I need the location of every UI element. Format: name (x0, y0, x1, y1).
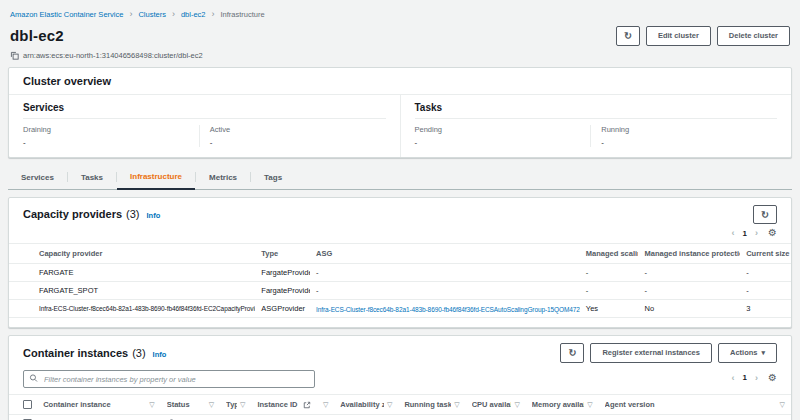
edit-cluster-button[interactable]: Edit cluster (646, 26, 711, 46)
col-running-tasks[interactable]: Running tasks...▽ (398, 395, 465, 415)
column-filter-icon[interactable]: ▽ (514, 401, 519, 409)
instance-type: EC2 (220, 415, 251, 420)
filter-search-box (23, 368, 315, 389)
page-number[interactable]: 1 (743, 373, 747, 382)
col-instance-id[interactable]: Instance ID▽ (251, 395, 334, 415)
tab-tasks[interactable]: Tasks (68, 168, 116, 189)
page-title: dbl-ec2 (10, 27, 64, 44)
current-size-value: - (740, 264, 791, 282)
memory-available: 3883 (526, 415, 599, 420)
column-filter-icon[interactable]: ▽ (209, 401, 214, 409)
cluster-overview-body: Services Draining - Active - Tasks P (9, 95, 791, 157)
header-actions: ↻ Edit cluster Delete cluster (616, 26, 790, 46)
asg-link[interactable]: Infra-ECS-Cluster-f8cec64b-82a1-483b-869… (316, 306, 580, 313)
column-filter-icon[interactable]: ▽ (780, 401, 785, 409)
container-instances-title: Container instances (23, 347, 128, 359)
capacity-providers-pagination: ‹ 1 › (732, 228, 758, 238)
external-link-icon (303, 401, 311, 409)
container-instances-info-link[interactable]: Info (153, 350, 167, 359)
page-next-icon[interactable]: › (755, 228, 758, 238)
col-managed-instance-protection: Managed instance protection (638, 244, 740, 264)
column-filter-icon[interactable]: ▽ (387, 401, 392, 409)
cluster-tabs: Services Tasks Infrastructure Metrics Ta… (8, 167, 792, 190)
tab-metrics[interactable]: Metrics (196, 168, 250, 189)
container-instances-actions: ↻ Register external instances Actions▾ (560, 343, 777, 363)
managed-scaling-value: - (580, 264, 639, 282)
capacity-providers-info-link[interactable]: Info (147, 211, 161, 220)
register-external-instances-button[interactable]: Register external instances (590, 343, 712, 363)
table-settings-gear-icon[interactable]: ⚙ (768, 228, 777, 238)
column-filter-icon[interactable]: ▽ (323, 401, 328, 409)
page-next-icon[interactable]: › (755, 373, 758, 383)
table-row: 01a0fa74e1d14174b4af377a398f6387 Active … (9, 415, 791, 420)
asg-link-label: Infra-ECS-Cluster-f8cec64b-82a1-483b-869… (316, 306, 580, 313)
cluster-overview-card: Cluster overview Services Draining - Act… (8, 67, 792, 158)
page-prev-icon[interactable]: ‹ (732, 228, 735, 238)
col-type: Type (255, 244, 310, 264)
column-filter-icon[interactable]: ▽ (454, 401, 459, 409)
col-agent-version[interactable]: Agent version▽ (599, 395, 791, 415)
capacity-provider-asg: - (310, 282, 580, 300)
stat-value: - (23, 138, 199, 147)
select-all-checkbox[interactable] (23, 400, 32, 409)
tab-infrastructure[interactable]: Infrastructure (117, 167, 195, 190)
breadcrumb-chevron-icon: › (172, 10, 175, 19)
managed-scaling-value: Yes (580, 300, 639, 318)
breadcrumb-link-service[interactable]: Amazon Elastic Container Service (10, 10, 123, 19)
breadcrumb-chevron-icon: › (129, 10, 132, 19)
page-number[interactable]: 1 (743, 229, 747, 238)
cluster-overview-title: Cluster overview (9, 68, 791, 95)
capacity-provider-type: FargateProvider (255, 264, 310, 282)
ecs-cluster-page: Amazon Elastic Container Service › Clust… (0, 0, 800, 420)
column-filter-icon[interactable]: ▽ (240, 401, 245, 409)
actions-label: Actions (730, 349, 758, 357)
filter-input[interactable] (23, 370, 315, 388)
actions-menu-button[interactable]: Actions▾ (718, 343, 777, 363)
tab-tags[interactable]: Tags (251, 168, 295, 189)
col-cpu-available[interactable]: CPU available▽ (466, 395, 526, 415)
capacity-provider-asg: - (310, 264, 580, 282)
breadcrumb-link-cluster[interactable]: dbl-ec2 (181, 10, 206, 19)
capacity-providers-table: Capacity provider Type ASG Managed scali… (9, 243, 791, 318)
managed-instance-protection-value: No (638, 300, 740, 318)
column-filter-icon[interactable]: ▽ (149, 401, 154, 409)
refresh-icon: ↻ (761, 210, 769, 220)
capacity-provider-asg: Infra-ECS-Cluster-f8cec64b-82a1-483b-869… (310, 300, 580, 318)
container-instances-pagination: ‹ 1 › (732, 373, 758, 383)
breadcrumb-link-clusters[interactable]: Clusters (138, 10, 166, 19)
col-memory-available[interactable]: Memory available▽ (526, 395, 599, 415)
col-status[interactable]: Status▽ (161, 395, 220, 415)
tab-services[interactable]: Services (8, 168, 67, 189)
table-settings-gear-icon[interactable]: ⚙ (768, 373, 777, 383)
column-filter-icon[interactable]: ▽ (587, 401, 592, 409)
refresh-capacity-providers-button[interactable]: ↻ (753, 205, 777, 225)
search-icon (29, 373, 38, 382)
breadcrumb-chevron-icon: › (212, 10, 215, 19)
table-row: FARGATE FargateProvider - - - - (9, 264, 791, 282)
refresh-container-instances-button[interactable]: ↻ (560, 343, 584, 363)
refresh-cluster-button[interactable]: ↻ (616, 26, 640, 46)
table-row: FARGATE_SPOT FargateProvider - - - - (9, 282, 791, 300)
current-size-value: - (740, 282, 791, 300)
stat-pending: Pending - (415, 125, 591, 147)
page-prev-icon[interactable]: ‹ (732, 373, 735, 383)
stat-value: - (415, 138, 591, 147)
stat-label: Pending (415, 125, 591, 134)
capacity-provider-name: Infra-ECS-Cluster-f8cec64b-82a1-483b-869… (9, 300, 255, 318)
table-row: Infra-ECS-Cluster-f8cec64b-82a1-483b-869… (9, 300, 791, 318)
managed-scaling-value: - (580, 282, 639, 300)
capacity-providers-card: Capacity providers (3) Info ↻ ‹ 1 › ⚙ Ca… (8, 197, 792, 329)
col-availability-zone[interactable]: Availability z...▽ (334, 395, 398, 415)
col-capacity-provider: Capacity provider (9, 244, 255, 264)
copy-icon[interactable] (10, 51, 19, 60)
col-container-instance[interactable]: Container instance▽ (37, 395, 161, 415)
cluster-arn: arn:aws:ecs:eu-north-1:314046568498:clus… (23, 51, 203, 60)
agent-version: 1.61.0 (599, 415, 791, 420)
cluster-arn-row: arn:aws:ecs:eu-north-1:314046568498:clus… (10, 51, 790, 60)
container-instances-header: Container instances (3) Info (23, 347, 166, 359)
breadcrumb-current: Infrastructure (221, 10, 265, 19)
col-type[interactable]: Type▽ (220, 395, 251, 415)
delete-cluster-button[interactable]: Delete cluster (717, 26, 790, 46)
tasks-overview-title: Tasks (415, 102, 778, 119)
col-asg: ASG (310, 244, 580, 264)
